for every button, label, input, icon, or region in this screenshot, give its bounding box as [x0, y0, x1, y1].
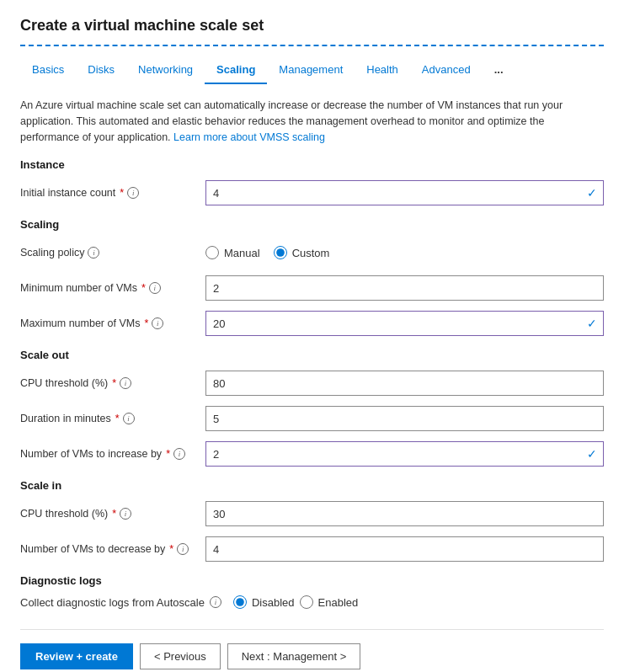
- scaling-policy-manual-label: Manual: [224, 247, 260, 259]
- max-vms-label: Maximum number of VMs * i: [20, 317, 205, 329]
- scaling-policy-custom-label: Custom: [292, 247, 330, 259]
- decrease-by-input[interactable]: [205, 536, 604, 562]
- increase-by-row: Number of VMs to increase by * i ✓: [20, 440, 604, 467]
- diagnostic-disabled-radio[interactable]: [233, 595, 247, 609]
- max-vms-input[interactable]: [205, 311, 604, 336]
- diagnostic-enabled-label: Enabled: [318, 596, 359, 609]
- decrease-by-input-wrapper: [205, 536, 604, 562]
- diagnostic-logs-info-icon[interactable]: i: [210, 596, 221, 608]
- duration-label: Duration in minutes * i: [20, 413, 205, 424]
- min-vms-info-icon[interactable]: i: [149, 282, 161, 294]
- scaling-policy-radio-group: Manual Custom: [205, 246, 604, 259]
- scale-in-cpu-info-icon[interactable]: i: [120, 508, 131, 520]
- max-vms-check-icon: ✓: [587, 317, 597, 330]
- bottom-bar: Review + create < Previous Next : Manage…: [20, 629, 604, 669]
- diagnostic-logs-row: Collect diagnostic logs from Autoscale i…: [20, 595, 604, 609]
- next-button[interactable]: Next : Management >: [227, 643, 361, 669]
- diagnostic-disabled-label: Disabled: [252, 596, 295, 609]
- required-marker: *: [144, 317, 148, 329]
- scale-out-cpu-label: CPU threshold (%) * i: [20, 377, 205, 389]
- diagnostic-disabled-option[interactable]: Disabled: [233, 595, 295, 609]
- diagnostic-enabled-radio[interactable]: [300, 595, 313, 609]
- min-vms-input-wrapper: [205, 275, 604, 301]
- tab-disks[interactable]: Disks: [76, 56, 126, 84]
- initial-instance-count-label: Initial instance count * i: [20, 187, 205, 199]
- scale-in-cpu-row: CPU threshold (%) * i: [20, 500, 604, 527]
- scale-out-cpu-input[interactable]: [205, 371, 604, 396]
- initial-instance-count-input-wrapper: ✓: [205, 180, 604, 205]
- tab-networking[interactable]: Networking: [126, 56, 205, 84]
- duration-input[interactable]: [205, 406, 604, 431]
- required-marker: *: [169, 543, 173, 555]
- increase-by-info-icon[interactable]: i: [173, 448, 185, 460]
- duration-row: Duration in minutes * i: [20, 405, 604, 432]
- max-vms-input-wrapper: ✓: [205, 311, 604, 336]
- increase-by-label: Number of VMs to increase by * i: [20, 448, 205, 460]
- required-marker: *: [112, 377, 116, 389]
- scale-out-cpu-input-wrapper: [205, 371, 604, 396]
- diagnostic-enabled-option[interactable]: Enabled: [300, 595, 359, 609]
- decrease-by-label: Number of VMs to decrease by * i: [20, 543, 205, 555]
- required-marker: *: [141, 282, 146, 294]
- increase-by-input-wrapper: ✓: [205, 441, 604, 467]
- scale-in-cpu-label: CPU threshold (%) * i: [20, 508, 205, 520]
- required-marker: *: [166, 448, 170, 460]
- page-title: Create a virtual machine scale set: [20, 17, 604, 46]
- scale-in-section-header: Scale in: [20, 479, 604, 492]
- initial-instance-count-info-icon[interactable]: i: [127, 187, 139, 199]
- tabs-nav: Basics Disks Networking Scaling Manageme…: [20, 56, 604, 84]
- duration-info-icon[interactable]: i: [123, 413, 135, 424]
- diagnostic-logs-header: Diagnostic logs: [20, 574, 604, 587]
- scale-out-cpu-row: CPU threshold (%) * i: [20, 370, 604, 397]
- scaling-policy-label: Scaling policy i: [20, 247, 205, 259]
- initial-instance-count-input[interactable]: [205, 180, 604, 205]
- duration-input-wrapper: [205, 406, 604, 431]
- max-vms-info-icon[interactable]: i: [152, 317, 163, 329]
- min-vms-input[interactable]: [205, 275, 604, 301]
- tab-more[interactable]: ...: [483, 56, 515, 84]
- decrease-by-info-icon[interactable]: i: [177, 543, 189, 555]
- scaling-policy-row: Scaling policy i Manual Custom: [20, 239, 604, 266]
- tab-basics[interactable]: Basics: [20, 56, 76, 84]
- scale-out-cpu-info-icon[interactable]: i: [120, 377, 131, 389]
- scale-in-cpu-input[interactable]: [205, 501, 604, 526]
- scaling-policy-manual-radio[interactable]: [205, 246, 219, 259]
- max-vms-row: Maximum number of VMs * i ✓: [20, 310, 604, 337]
- diagnostic-logs-label: Collect diagnostic logs from Autoscale: [20, 596, 205, 609]
- required-marker: *: [112, 508, 116, 520]
- scaling-policy-manual-option[interactable]: Manual: [205, 246, 260, 259]
- tab-management[interactable]: Management: [267, 56, 355, 84]
- scaling-policy-custom-radio[interactable]: [274, 246, 287, 259]
- decrease-by-row: Number of VMs to decrease by * i: [20, 536, 604, 563]
- instance-section-header: Instance: [20, 158, 604, 171]
- vmss-scaling-link[interactable]: Learn more about VMSS scaling: [173, 131, 325, 143]
- scaling-policy-info-icon[interactable]: i: [88, 247, 99, 259]
- scaling-policy-custom-option[interactable]: Custom: [274, 246, 330, 259]
- tab-health[interactable]: Health: [355, 56, 410, 84]
- required-marker: *: [120, 187, 124, 199]
- initial-instance-count-row: Initial instance count * i ✓: [20, 179, 604, 206]
- description-text: An Azure virtual machine scale set can a…: [20, 98, 604, 145]
- previous-button[interactable]: < Previous: [140, 643, 221, 669]
- tab-advanced[interactable]: Advanced: [410, 56, 483, 84]
- scale-in-cpu-input-wrapper: [205, 501, 604, 526]
- min-vms-label: Minimum number of VMs * i: [20, 282, 205, 294]
- required-marker: *: [115, 413, 120, 424]
- min-vms-row: Minimum number of VMs * i: [20, 275, 604, 301]
- increase-by-input[interactable]: [205, 441, 604, 467]
- increase-by-check-icon: ✓: [587, 447, 597, 461]
- scale-out-section-header: Scale out: [20, 349, 604, 361]
- review-create-button[interactable]: Review + create: [20, 643, 133, 669]
- initial-instance-check-icon: ✓: [587, 186, 597, 200]
- tab-scaling[interactable]: Scaling: [205, 56, 267, 84]
- scaling-section-header: Scaling: [20, 218, 604, 231]
